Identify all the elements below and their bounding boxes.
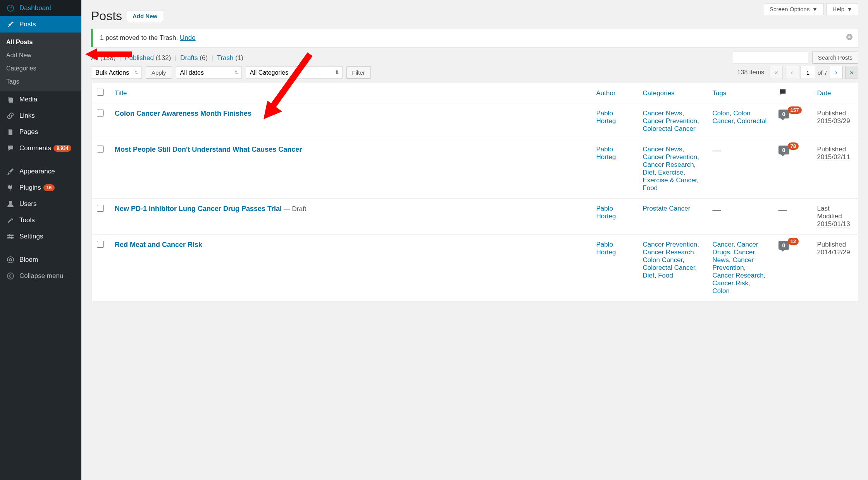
category-link[interactable]: Cancer Prevention <box>643 117 698 125</box>
filter-published[interactable]: Published <box>125 54 154 62</box>
collapse-menu[interactable]: Collapse menu <box>0 268 81 284</box>
filter-all[interactable]: All <box>91 54 98 62</box>
sidebar-item-label: Media <box>19 96 37 103</box>
category-link[interactable]: Exercise & Cancer <box>643 177 697 184</box>
chevron-down-icon: ▼ <box>812 6 818 12</box>
date-value: 2015/01/13 <box>817 220 850 228</box>
svg-rect-5 <box>11 237 12 239</box>
category-link[interactable]: Cancer Research <box>643 249 694 256</box>
badge: 9,934 <box>53 145 71 152</box>
notice-undo-link[interactable]: Undo <box>180 34 196 41</box>
category-link[interactable]: Cancer News <box>643 110 682 117</box>
collapse-label: Collapse menu <box>19 272 63 280</box>
row-checkbox[interactable] <box>97 205 104 212</box>
post-title-link[interactable]: Most People Still Don't Understand What … <box>115 146 302 153</box>
category-link[interactable]: Cancer Research <box>643 161 694 168</box>
bloom-icon <box>6 255 15 264</box>
category-link[interactable]: Cancer News <box>643 146 682 153</box>
search-button[interactable]: Search Posts <box>812 51 858 63</box>
prev-page-button[interactable]: ‹ <box>785 66 798 79</box>
notice-trash: 1 post moved to the Trash. Undo <box>91 29 858 47</box>
tag-link[interactable]: Cancer Risk <box>713 279 749 287</box>
filter-drafts[interactable]: Drafts <box>180 54 198 62</box>
sidebar-item-label: Tools <box>19 216 35 224</box>
top-controls: Screen Options ▼ Help ▼ <box>764 3 858 15</box>
col-date[interactable]: Date <box>812 83 858 103</box>
items-count: 138 items <box>737 69 764 76</box>
sidebar-item-label: Bloom <box>19 256 38 264</box>
tag-link[interactable]: Cancer <box>713 241 734 248</box>
comment-count[interactable]: 0157 <box>778 110 802 118</box>
apply-button[interactable]: Apply <box>146 66 172 79</box>
category-link[interactable]: Exercise <box>658 169 683 176</box>
search-box: Search Posts <box>733 51 858 63</box>
sidebar-item-users[interactable]: Users <box>0 196 81 212</box>
sidebar-item-posts[interactable]: Posts <box>0 16 81 33</box>
category-link[interactable]: Food <box>643 184 658 192</box>
category-link[interactable]: Diet <box>643 272 654 279</box>
post-title-link[interactable]: New PD-1 Inhibitor Lung Cancer Drug Pass… <box>115 205 282 213</box>
sidebar-item-label: Links <box>19 112 35 120</box>
category-link[interactable]: Colorectal Cancer <box>643 264 695 271</box>
admin-sidebar: DashboardPostsAll PostsAdd NewCategories… <box>0 0 81 480</box>
filter-button[interactable]: Filter <box>346 66 371 79</box>
page-header: Posts Add New <box>91 9 858 23</box>
category-link[interactable]: Prostate Cancer <box>643 205 691 212</box>
author-link[interactable]: Pablo Horteg <box>596 110 616 125</box>
comment-count[interactable]: 012 <box>778 241 799 250</box>
sidebar-item-tools[interactable]: Tools <box>0 212 81 228</box>
col-title[interactable]: Title <box>109 83 591 103</box>
svg-rect-4 <box>9 234 10 237</box>
user-icon <box>6 200 15 208</box>
category-link[interactable]: Colon Cancer <box>643 256 683 264</box>
categories-select[interactable]: All Categories <box>246 66 343 79</box>
sidebar-item-links[interactable]: Links <box>0 108 81 124</box>
category-link[interactable]: Colorectal Cancer <box>643 125 696 132</box>
author-link[interactable]: Pablo Horteg <box>596 241 616 256</box>
category-link[interactable]: Diet <box>643 169 654 176</box>
sidebar-sub-tags[interactable]: Tags <box>0 75 81 88</box>
tag-link[interactable]: Colorectal <box>737 117 767 125</box>
category-link[interactable]: Food <box>658 272 673 279</box>
select-all-checkbox[interactable] <box>97 89 104 96</box>
svg-point-8 <box>7 273 14 279</box>
post-title-link[interactable]: Red Meat and Cancer Risk <box>115 241 202 249</box>
sidebar-item-appearance[interactable]: Appearance <box>0 163 81 180</box>
dates-select[interactable]: All dates <box>176 66 242 79</box>
tag-link[interactable]: Cancer Research <box>713 272 764 279</box>
sidebar-sub-categories[interactable]: Categories <box>0 62 81 75</box>
tag-link[interactable]: Colon <box>713 110 730 117</box>
notice-dismiss-button[interactable] <box>846 34 853 43</box>
bulk-select[interactable]: Bulk Actions <box>91 66 142 79</box>
tag-link[interactable]: Colon <box>713 287 730 295</box>
sidebar-item-settings[interactable]: Settings <box>0 228 81 245</box>
screen-options-button[interactable]: Screen Options ▼ <box>764 3 823 15</box>
category-link[interactable]: Cancer Prevention <box>643 241 698 248</box>
sidebar-sub-add-new[interactable]: Add New <box>0 49 81 62</box>
last-page-button[interactable]: » <box>845 66 858 79</box>
sidebar-item-media[interactable]: Media <box>0 91 81 108</box>
comment-count[interactable]: 078 <box>778 146 799 154</box>
sidebar-item-pages[interactable]: Pages <box>0 124 81 140</box>
category-link[interactable]: Cancer Prevention <box>643 153 698 161</box>
sidebar-item-dashboard[interactable]: Dashboard <box>0 0 81 16</box>
row-checkbox[interactable] <box>97 241 104 248</box>
sidebar-item-bloom[interactable]: Bloom <box>0 252 81 268</box>
page-number-input[interactable] <box>801 66 815 79</box>
row-checkbox[interactable] <box>97 146 104 153</box>
add-new-button[interactable]: Add New <box>127 10 163 22</box>
next-page-button[interactable]: › <box>830 66 843 79</box>
search-input[interactable] <box>733 51 808 63</box>
sidebar-item-plugins[interactable]: Plugins16 <box>0 180 81 196</box>
sidebar-sub-all-posts[interactable]: All Posts <box>0 36 81 49</box>
sidebar-item-comments[interactable]: Comments9,934 <box>0 140 81 156</box>
col-comments[interactable] <box>773 83 812 103</box>
post-title-link[interactable]: Colon Cancer Awareness Month Finishes <box>115 110 251 117</box>
author-link[interactable]: Pablo Horteg <box>596 205 616 220</box>
sidebar-submenu: All PostsAdd NewCategoriesTags <box>0 33 81 91</box>
first-page-button[interactable]: « <box>770 66 783 79</box>
help-button[interactable]: Help ▼ <box>827 3 858 15</box>
filter-trash[interactable]: Trash <box>217 54 234 62</box>
author-link[interactable]: Pablo Horteg <box>596 146 616 161</box>
row-checkbox[interactable] <box>97 110 104 117</box>
